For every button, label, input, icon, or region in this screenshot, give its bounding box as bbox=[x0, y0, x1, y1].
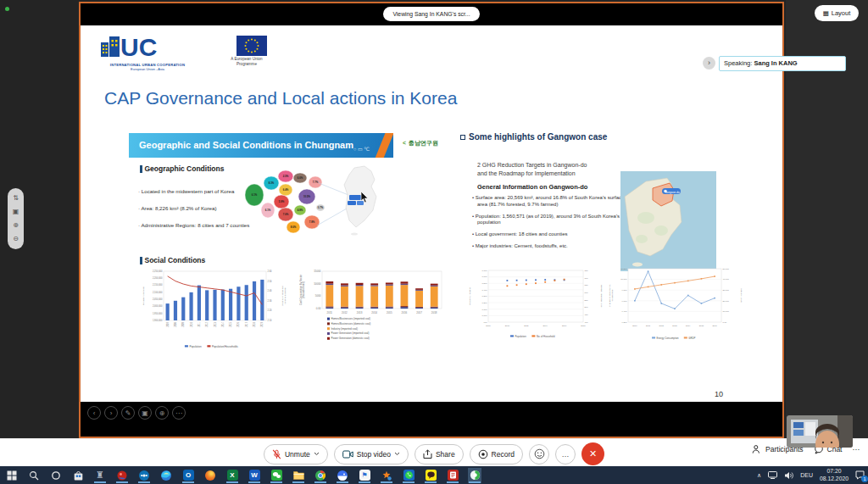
layout-grid-icon: ▦ bbox=[823, 9, 829, 17]
bullet: Surface area: 20,569 km², around 16.8% o… bbox=[472, 195, 625, 209]
iuc-caption-2: European Union –Asia bbox=[97, 67, 198, 71]
reactions-button[interactable] bbox=[529, 444, 549, 465]
clock[interactable]: 07:20 08.12.2020 bbox=[820, 468, 849, 482]
svg-text:(persons/household): (persons/household) bbox=[284, 287, 286, 304]
svg-text:2012: 2012 bbox=[659, 325, 665, 327]
zoom-in-button[interactable]: ⊕ bbox=[13, 222, 19, 229]
zoom-button[interactable]: ⊕ bbox=[155, 406, 169, 420]
svg-text:2007: 2007 bbox=[166, 321, 170, 326]
statue-app-icon[interactable]: ♜ bbox=[93, 468, 107, 483]
edge-icon[interactable] bbox=[159, 468, 173, 483]
svg-text:700: 700 bbox=[585, 277, 589, 280]
microsoft-store-icon[interactable] bbox=[71, 468, 85, 483]
svg-text:2014: 2014 bbox=[543, 325, 548, 327]
svg-text:15000: 15000 bbox=[314, 270, 321, 273]
windows-start-icon[interactable] bbox=[5, 468, 19, 483]
section-bar bbox=[140, 257, 142, 264]
excel-icon[interactable]: X bbox=[225, 468, 239, 483]
svg-text:10,000: 10,000 bbox=[723, 310, 730, 313]
language-indicator[interactable]: DEU bbox=[800, 472, 813, 478]
red-app-icon[interactable] bbox=[115, 468, 129, 483]
kakaotalk-icon[interactable] bbox=[424, 468, 437, 483]
svg-text:10,000: 10,000 bbox=[620, 278, 627, 281]
svg-text:2.5%: 2.5% bbox=[283, 175, 289, 178]
volume-icon[interactable] bbox=[784, 471, 793, 480]
actual-size-button[interactable]: ▣ bbox=[13, 209, 19, 215]
svg-text:2018: 2018 bbox=[581, 325, 586, 327]
cortana-icon[interactable] bbox=[49, 468, 63, 483]
iuc-logo-graphic: UC bbox=[97, 34, 198, 59]
svg-text:4.8%: 4.8% bbox=[298, 209, 303, 212]
participants-icon bbox=[752, 444, 762, 454]
network-icon[interactable] bbox=[768, 471, 777, 479]
thumbnails-button[interactable]: ▣ bbox=[138, 406, 152, 420]
svg-text:9,200: 9,200 bbox=[622, 321, 628, 324]
unmute-button[interactable]: Unmute bbox=[264, 444, 328, 465]
search-icon[interactable] bbox=[27, 468, 41, 483]
gangwon-heading: Some highlights of Gangwon case bbox=[460, 132, 607, 142]
speaker-name: Sang In KANG bbox=[754, 59, 797, 67]
self-view-video[interactable] bbox=[787, 415, 853, 448]
share-button[interactable]: Share bbox=[415, 444, 464, 465]
banner-accent bbox=[373, 133, 393, 158]
file-explorer-icon[interactable] bbox=[292, 468, 305, 483]
active-speaker-indicator: Speaking: Sang In KANG bbox=[719, 56, 846, 71]
whatsapp-icon[interactable] bbox=[402, 468, 415, 483]
svg-text:2012: 2012 bbox=[524, 325, 529, 327]
firefox-icon[interactable] bbox=[203, 468, 217, 483]
gangwon-population-chart: 9001,0001,1001,2001,3001,4001,5001,6001,… bbox=[468, 266, 604, 339]
section-bar bbox=[140, 165, 142, 173]
chevron-down-icon bbox=[394, 452, 400, 456]
svg-text:7.8%: 7.8% bbox=[309, 220, 315, 224]
svg-text:400: 400 bbox=[585, 321, 589, 324]
svg-text:550: 550 bbox=[585, 299, 589, 302]
svg-text:7.6%: 7.6% bbox=[283, 213, 289, 216]
word-icon[interactable]: W bbox=[248, 468, 261, 483]
zoom-out-button[interactable]: ⊖ bbox=[13, 236, 19, 242]
hancom-office-icon[interactable] bbox=[446, 468, 459, 483]
svg-text:20,000: 20,000 bbox=[723, 300, 730, 303]
previous-slide-button[interactable]: ‹ bbox=[87, 406, 101, 420]
svg-text:Homes/Businesses (imported coa: Homes/Businesses (imported coal) bbox=[331, 317, 371, 320]
svg-text:2.30: 2.30 bbox=[268, 299, 273, 303]
outlook-icon[interactable]: O bbox=[181, 468, 195, 483]
panel-options-button[interactable]: ⋯ bbox=[853, 445, 860, 453]
layout-button[interactable]: ▦ Layout bbox=[815, 5, 859, 21]
svg-text:0.00: 0.00 bbox=[723, 321, 727, 324]
record-button[interactable]: Record bbox=[470, 444, 523, 465]
leave-meeting-button[interactable]: ✕ bbox=[581, 442, 604, 465]
whale-browser-icon[interactable] bbox=[336, 468, 349, 483]
next-slide-button[interactable]: › bbox=[104, 406, 118, 420]
svg-text:Population/Households: Population/Households bbox=[212, 345, 238, 348]
nextcloud-app-icon[interactable] bbox=[137, 468, 151, 483]
svg-text:9,600: 9,600 bbox=[622, 300, 628, 303]
wechat-icon[interactable] bbox=[270, 468, 283, 483]
presentation-slide: UC INTERNATIONAL URBAN COOPERATION Europ… bbox=[81, 25, 782, 402]
svg-text:2013: 2013 bbox=[672, 325, 677, 327]
svg-text:1,600: 1,600 bbox=[482, 275, 488, 278]
svg-text:GRDP, billion won: GRDP, billion won bbox=[740, 289, 743, 303]
svg-text:50,000: 50,000 bbox=[723, 268, 730, 270]
record-icon bbox=[478, 449, 488, 459]
svg-text:40,000: 40,000 bbox=[723, 278, 730, 281]
svg-text:1,300: 1,300 bbox=[482, 295, 488, 298]
svg-text:8.6%: 8.6% bbox=[291, 225, 297, 229]
paint-3d-icon[interactable] bbox=[380, 468, 393, 483]
svg-text:2.40: 2.40 bbox=[268, 289, 273, 292]
slide-title: CAP Governance and Local actions in Kore… bbox=[104, 88, 457, 108]
annotate-button[interactable]: ✎ bbox=[121, 406, 135, 420]
stop-video-button[interactable]: Stop video bbox=[334, 444, 409, 465]
more-options-button[interactable]: … bbox=[555, 444, 576, 465]
notification-center[interactable]: 1 bbox=[855, 470, 865, 481]
expand-panel-button[interactable]: › bbox=[703, 57, 715, 70]
webex-icon[interactable] bbox=[468, 468, 481, 483]
gangwon-map: Gangwon-do bbox=[620, 171, 716, 271]
chrome-icon[interactable] bbox=[314, 468, 327, 483]
svg-text:6.4%: 6.4% bbox=[283, 188, 289, 192]
flag-app-icon[interactable]: ⚑ bbox=[358, 468, 371, 483]
viewing-banner[interactable]: Viewing Sang In KANG's scr... bbox=[383, 7, 480, 21]
share-bottom-bar: ‹ › ✎ ▣ ⊕ ⋯ bbox=[81, 402, 782, 437]
tray-chevron-icon[interactable]: ∧ bbox=[757, 472, 761, 479]
more-controls-button[interactable]: ⋯ bbox=[172, 406, 186, 420]
fit-page-button[interactable]: ⇅ bbox=[13, 195, 19, 202]
